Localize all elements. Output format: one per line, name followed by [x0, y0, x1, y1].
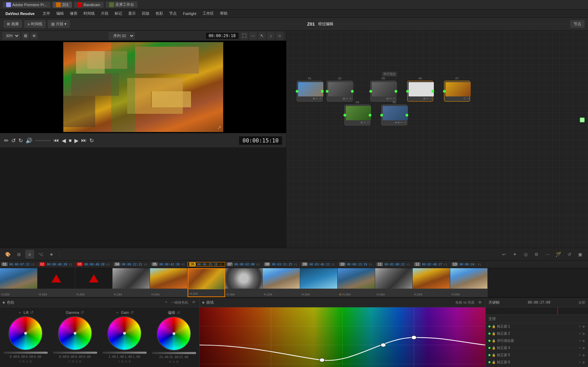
taskbar-app-desktop[interactable]: 灵屏工作台 [106, 1, 137, 8]
taskbar-app-bandicam[interactable]: Bandicam [74, 2, 104, 8]
kf-arrow-6[interactable]: ▶ [583, 361, 585, 364]
node-05b[interactable]: ● ⊞ ✏ ↗ [381, 105, 407, 125]
taskbar-app-premiere[interactable]: Adobe Premiere Pr... [3, 2, 50, 8]
menu-workspace[interactable]: 工作区 [200, 10, 217, 17]
kf-arrow-3[interactable]: ▶ [583, 339, 585, 342]
menu-edit[interactable]: 编辑 [54, 10, 67, 17]
nodes-button[interactable]: 节点 [570, 20, 585, 28]
preview-icon-2[interactable]: ≋ [30, 32, 38, 40]
kf-edit-2[interactable]: ✏ [579, 332, 582, 335]
zoom-select[interactable]: 30% 50% 100% [3, 32, 20, 39]
clip-thumb-05[interactable]: H.264 [150, 268, 188, 297]
gallery-button[interactable]: ⊞ 画廊 [3, 20, 22, 28]
curves-expand-btn[interactable]: ⊞ [477, 300, 483, 305]
gamma-wheel[interactable] [58, 316, 92, 350]
menu-help[interactable]: 帮助 [217, 10, 230, 17]
clip-thumb-02[interactable]: H.264 [38, 268, 75, 297]
skip-back-icon[interactable]: ⏮ [54, 137, 59, 143]
node-05[interactable]: ⊞ ✏ ↗ [370, 81, 396, 102]
sequence-select[interactable]: 序列 02 [109, 32, 135, 39]
gamma-reset-btn[interactable]: ↺ [80, 310, 84, 315]
menu-node[interactable]: 节点 [166, 10, 179, 17]
node-01[interactable]: ⊞ ✏ ↗ [297, 81, 323, 102]
menu-color[interactable]: 色彩 [153, 10, 166, 17]
menu-clip[interactable]: 片段 [98, 10, 111, 17]
clip-button[interactable]: ▤ 片段 ▾ [48, 20, 70, 28]
kf-lock-4[interactable]: 🔒 [492, 346, 496, 350]
kf-lock-3[interactable]: 🔒 [492, 339, 496, 342]
tool-curve-icon[interactable]: ↩ [499, 250, 508, 259]
offset-reset-btn[interactable]: ↺ [177, 310, 180, 315]
play-icon[interactable]: ▶ [74, 137, 78, 144]
menu-fairlight[interactable]: Fairlight [180, 11, 199, 16]
menu-trim[interactable]: 修剪 [67, 10, 80, 17]
lift-reset-btn[interactable]: ↺ [30, 310, 33, 315]
kf-edit-1[interactable]: ✏ [579, 325, 582, 328]
gain-add-icon[interactable]: + [115, 310, 120, 315]
preview-expand-icon[interactable]: ↗ [217, 125, 221, 130]
circle-icon[interactable]: ○ [276, 32, 283, 40]
clip-thumb-06[interactable]: H.264 [188, 268, 225, 297]
clip-thumb-03[interactable]: H.264 [75, 268, 113, 297]
taskbar-app-resolve[interactable]: Z01 [53, 2, 72, 8]
menu-timeline[interactable]: 时间线 [81, 10, 98, 17]
lift-add-icon[interactable]: + [17, 310, 22, 315]
node-04[interactable]: ⊞ ✏ ↗ [344, 105, 370, 125]
kf-edit-5[interactable]: ✏ [579, 353, 582, 357]
clip-thumb-12[interactable]: H.264 [413, 268, 450, 297]
prev-frame-icon[interactable]: ◀ [62, 137, 66, 144]
tool-wand-icon[interactable]: 🪄 [554, 250, 563, 259]
tool-color-icon[interactable]: 🎨 [3, 250, 12, 259]
volume-icon[interactable]: 🔊 [26, 137, 32, 144]
menu-mark[interactable]: 标记 [112, 10, 125, 17]
kf-all-btn[interactable]: 全部 [578, 300, 585, 305]
kf-lock-5[interactable]: 🔒 [492, 353, 496, 357]
tool-branch-icon[interactable]: ⌥ [36, 250, 45, 259]
preview-icon-1[interactable]: ⊞ [22, 32, 29, 40]
clip-thumb-13[interactable]: H.264 [450, 268, 488, 297]
tool-gear-icon[interactable]: ⚙ [532, 250, 541, 259]
tool-undo2-icon[interactable]: ↺ [565, 250, 574, 259]
gamma-slider[interactable] [53, 352, 97, 354]
node-07[interactable]: ↺ ↗ [444, 81, 470, 102]
expand-icon[interactable]: ⛶ [240, 32, 248, 40]
kf-arrow-5[interactable]: ▶ [583, 353, 585, 357]
clip-thumb-08[interactable]: H.264 [263, 268, 300, 297]
gain-reset-btn[interactable]: ↺ [130, 310, 134, 315]
cw-mode-select[interactable]: 一级校色轮 [170, 300, 190, 305]
clip-thumb-09[interactable]: H.264 [300, 268, 338, 297]
clip-thumb-11[interactable]: H.264 [375, 268, 413, 297]
menu-view[interactable]: 显示 [126, 10, 138, 17]
tool-circle2-icon[interactable]: ◎ [521, 250, 530, 259]
offset-slider[interactable] [152, 352, 196, 354]
redo-icon[interactable]: ↻ [18, 137, 23, 144]
menu-file[interactable]: 文件 [40, 10, 53, 17]
clip-thumb-10[interactable]: ⊙ H.264 [338, 268, 375, 297]
more-icon[interactable]: ··· [249, 32, 257, 40]
progress-bar[interactable] [35, 140, 51, 141]
kf-edit-4[interactable]: ✏ [579, 346, 582, 350]
tool-pipette-icon[interactable]: ✦ [510, 250, 519, 259]
cw-add-btn[interactable]: + [164, 300, 168, 305]
tool-circle-icon[interactable]: ○ [25, 250, 34, 259]
tool-square-icon[interactable]: ▣ [576, 250, 585, 259]
gain-slider[interactable] [102, 352, 147, 354]
kf-lock-2[interactable]: 🔒 [492, 332, 496, 335]
tool-grid-icon[interactable]: ⊞ [14, 250, 23, 259]
gain-wheel[interactable] [107, 316, 142, 350]
kf-lock-1[interactable]: 🔒 [492, 325, 496, 328]
clip-thumb-01[interactable]: H.264 [0, 268, 38, 297]
undo-icon[interactable]: ↺ [11, 137, 16, 144]
tool-dots-icon[interactable]: ⋯ [543, 250, 552, 259]
kf-arrow-1[interactable]: ▶ [583, 325, 585, 328]
kf-arrow-4[interactable]: ▶ [583, 346, 585, 350]
timeline-button[interactable]: ≡ 时间线 [24, 20, 46, 28]
cw-expand-btn[interactable]: ⟳ [191, 300, 196, 305]
cursor-icon[interactable]: ↖ [258, 32, 266, 40]
node-06[interactable]: ⊞ ✏ ↗ [407, 81, 433, 102]
tool-star-icon[interactable]: ★ [47, 250, 56, 259]
kf-edit-3[interactable]: ✏ [579, 339, 582, 342]
skip-forward-icon[interactable]: ⏭ [81, 137, 87, 143]
kf-arrow-2[interactable]: ▶ [583, 332, 585, 335]
kf-lock-6[interactable]: 🔒 [492, 361, 496, 364]
